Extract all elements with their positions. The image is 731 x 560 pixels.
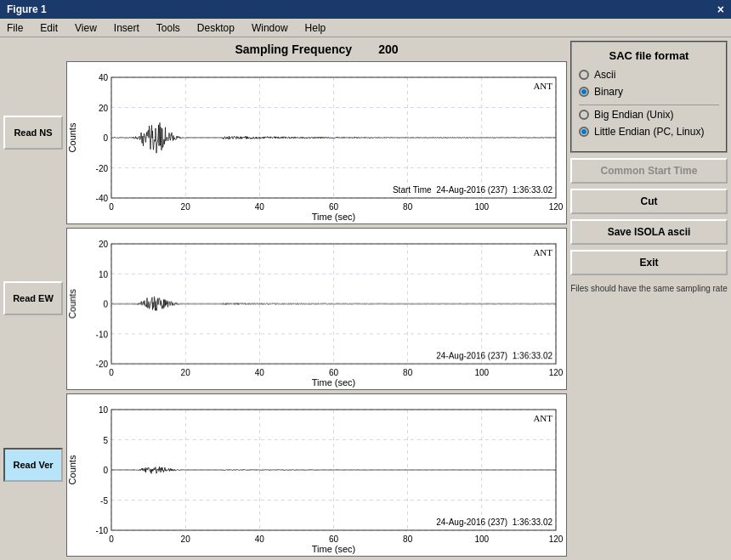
little-endian-label: Little Endian (PC, Linux): [594, 126, 704, 138]
chart-ew: [66, 228, 567, 391]
menu-view[interactable]: View: [71, 20, 100, 36]
charts-area: Sampling Frequency 200: [66, 41, 567, 557]
exit-button[interactable]: Exit: [570, 250, 728, 275]
menubar: File Edit View Insert Tools Desktop Wind…: [0, 19, 731, 37]
left-buttons: Read NS Read EW Read Ver: [3, 41, 63, 557]
binary-radio-item[interactable]: Binary: [579, 86, 719, 98]
sac-format-box: SAC file format Ascii Binary Big Endian …: [570, 41, 728, 153]
little-endian-radio-item[interactable]: Little Endian (PC, Linux): [579, 126, 719, 138]
action-buttons: Common Start Time Cut Save ISOLA ascii E…: [570, 158, 728, 275]
title-text: Figure 1: [7, 3, 47, 15]
menu-tools[interactable]: Tools: [153, 20, 184, 36]
big-endian-radio[interactable]: [579, 110, 589, 120]
big-endian-label: Big Endian (Unix): [594, 109, 673, 121]
format-radio-group: Ascii Binary: [579, 69, 719, 98]
sampling-value: 200: [378, 42, 398, 56]
canvas-ew: [67, 229, 566, 390]
binary-label: Binary: [594, 86, 623, 98]
ascii-label: Ascii: [594, 69, 615, 81]
menu-file[interactable]: File: [3, 20, 26, 36]
endian-radio-group: Big Endian (Unix) Little Endian (PC, Lin…: [579, 109, 719, 138]
main-container: Read NS Read EW Read Ver Sampling Freque…: [0, 37, 731, 560]
chart-ver: [66, 393, 567, 557]
common-start-time-button[interactable]: Common Start Time: [570, 158, 728, 184]
save-isola-button[interactable]: Save ISOLA ascii: [570, 219, 728, 245]
read-ew-button[interactable]: Read EW: [3, 281, 63, 315]
canvas-ns: [67, 62, 566, 223]
sac-title: SAC file format: [579, 49, 719, 62]
close-button[interactable]: ×: [717, 3, 724, 15]
read-ver-button[interactable]: Read Ver: [3, 448, 63, 482]
cut-button[interactable]: Cut: [570, 189, 728, 214]
read-ns-button[interactable]: Read NS: [3, 116, 63, 150]
title-bar: Figure 1 ×: [0, 0, 731, 19]
sampling-header: Sampling Frequency 200: [66, 41, 567, 58]
ascii-radio-item[interactable]: Ascii: [579, 69, 719, 81]
menu-window[interactable]: Window: [248, 20, 292, 36]
sampling-label: Sampling Frequency: [235, 42, 352, 56]
menu-insert[interactable]: Insert: [110, 20, 143, 36]
divider-1: [579, 105, 719, 105]
menu-help[interactable]: Help: [302, 20, 330, 36]
note-text: Files should have the same sampling rate: [570, 284, 728, 293]
menu-desktop[interactable]: Desktop: [194, 20, 238, 36]
big-endian-radio-item[interactable]: Big Endian (Unix): [579, 109, 719, 121]
little-endian-radio[interactable]: [579, 127, 589, 137]
chart-ns: [66, 61, 567, 224]
canvas-ver: [67, 394, 566, 556]
right-panel: SAC file format Ascii Binary Big Endian …: [570, 41, 728, 557]
menu-edit[interactable]: Edit: [37, 20, 61, 36]
binary-radio[interactable]: [579, 87, 589, 97]
ascii-radio[interactable]: [579, 70, 589, 80]
